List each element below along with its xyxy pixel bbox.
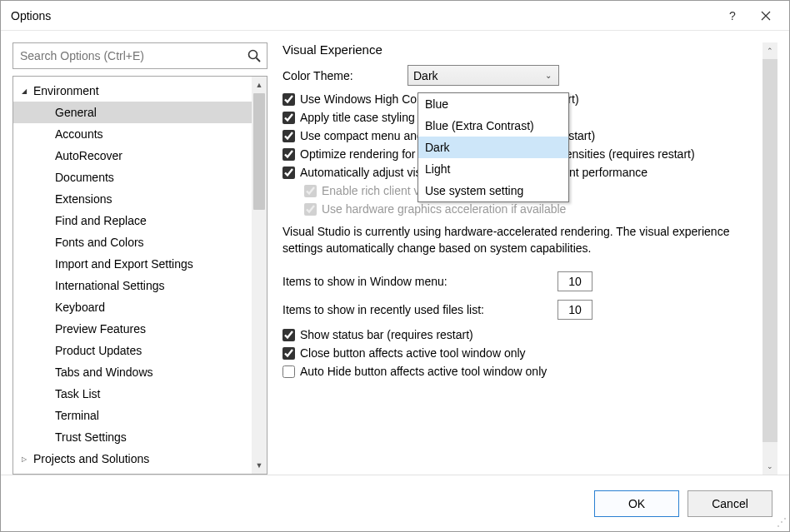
tree-node-projects-solutions[interactable]: Projects and Solutions	[13, 448, 252, 470]
checkbox-label: Use hardware graphics acceleration if av…	[322, 202, 566, 216]
scroll-thumb[interactable]	[762, 59, 778, 442]
option-dark[interactable]: Dark	[418, 137, 568, 158]
tree-label: Find and Replace	[55, 214, 147, 227]
search-input[interactable]	[13, 43, 238, 68]
tree-label: Terminal	[55, 409, 99, 422]
tree-node-terminal[interactable]: Terminal	[13, 405, 252, 426]
tree-node-international[interactable]: International Settings	[13, 275, 252, 296]
tree-node-keyboard[interactable]: Keyboard	[13, 296, 252, 318]
checkbox-label: Auto Hide button affects active tool win…	[300, 365, 547, 378]
tree-label: Keyboard	[55, 301, 105, 314]
recent-files-input[interactable]	[558, 300, 592, 320]
window-menu-input[interactable]	[558, 271, 592, 291]
tree-node-documents[interactable]: Documents	[13, 167, 252, 188]
tree-label: International Settings	[55, 279, 165, 292]
tree-node-environment[interactable]: Environment	[13, 80, 252, 102]
tree-label: AutoRecover	[55, 149, 122, 162]
option-blue-extra-contrast[interactable]: Blue (Extra Contrast)	[418, 115, 568, 137]
description-text: Visual Studio is currently using hardwar…	[282, 224, 758, 256]
svg-point-0	[249, 51, 258, 59]
title-case-checkbox[interactable]	[282, 112, 295, 124]
recent-files-label: Items to show in recently used files lis…	[282, 303, 558, 316]
category-tree: Environment General Accounts AutoRecover…	[12, 76, 268, 475]
color-theme-label: Color Theme:	[282, 69, 408, 82]
tree-label: Trust Settings	[55, 430, 127, 444]
titlebar: Options ?	[1, 1, 789, 31]
tree-label: Documents	[55, 171, 114, 184]
search-icon	[247, 48, 262, 63]
scroll-thumb[interactable]	[253, 93, 265, 210]
help-button[interactable]: ?	[716, 1, 749, 31]
checkbox-label: Close button affects active tool window …	[300, 346, 526, 360]
window-menu-label: Items to show in Window menu:	[282, 275, 558, 288]
panel-scrollbar[interactable]: ⌃ ⌄	[762, 42, 778, 475]
tree-node-product-updates[interactable]: Product Updates	[13, 340, 252, 361]
color-theme-dropdown[interactable]: Blue Blue (Extra Contrast) Dark Light Us…	[418, 92, 569, 202]
option-use-system[interactable]: Use system setting	[418, 180, 568, 201]
option-light[interactable]: Light	[418, 158, 568, 180]
tree-node-general[interactable]: General	[13, 102, 252, 123]
tree-label: Fonts and Colors	[55, 236, 144, 249]
optimize-rendering-checkbox[interactable]	[282, 148, 295, 161]
status-bar-checkbox[interactable]	[282, 329, 295, 341]
combo-value: Dark	[413, 69, 438, 82]
close-icon	[761, 11, 771, 21]
window-title: Options	[11, 9, 51, 22]
color-theme-combo[interactable]: Dark ⌄	[408, 65, 559, 86]
button-bar: OK Cancel	[1, 475, 789, 531]
section-header: Visual Experience	[282, 42, 758, 57]
checkbox-label: Show status bar (requires restart)	[300, 328, 473, 341]
hardware-accel-checkbox	[304, 203, 317, 216]
search-box[interactable]	[12, 42, 268, 69]
auto-visual-checkbox[interactable]	[282, 167, 295, 179]
tree-label: Preview Features	[55, 322, 146, 336]
scroll-up-icon[interactable]: ⌃	[762, 42, 778, 59]
tree-label: General	[55, 106, 97, 119]
tree-label: Extensions	[55, 192, 112, 206]
tree-label: Product Updates	[55, 344, 142, 357]
expand-icon[interactable]	[18, 453, 30, 465]
expand-icon[interactable]	[18, 85, 30, 97]
rich-client-checkbox	[304, 185, 317, 197]
tree-label: Task List	[55, 387, 100, 400]
cancel-button[interactable]: Cancel	[688, 490, 772, 517]
tree-node-preview-features[interactable]: Preview Features	[13, 318, 252, 340]
tree-node-accounts[interactable]: Accounts	[13, 123, 252, 145]
tree-node-import-export[interactable]: Import and Export Settings	[13, 253, 252, 275]
tree-label: Import and Export Settings	[55, 257, 193, 271]
close-button-checkbox[interactable]	[282, 347, 295, 360]
tree-scrollbar[interactable]: ▲ ▼	[252, 77, 267, 474]
tree-node-extensions[interactable]: Extensions	[13, 188, 252, 210]
tree-label: Projects and Solutions	[33, 452, 149, 465]
ok-button[interactable]: OK	[594, 490, 679, 517]
compact-menu-checkbox[interactable]	[282, 130, 295, 142]
tree-label: Environment	[33, 84, 99, 97]
close-button[interactable]	[749, 1, 782, 31]
option-blue[interactable]: Blue	[418, 93, 568, 115]
tree-label: Tabs and Windows	[55, 365, 153, 379]
tree-node-fonts-colors[interactable]: Fonts and Colors	[13, 231, 252, 253]
tree-node-tabs-windows[interactable]: Tabs and Windows	[13, 361, 252, 383]
scroll-down-icon[interactable]: ⌄	[762, 458, 778, 475]
high-contrast-checkbox[interactable]	[282, 93, 295, 106]
tree-node-trust-settings[interactable]: Trust Settings	[13, 426, 252, 448]
auto-hide-checkbox[interactable]	[282, 365, 295, 378]
scroll-down-icon[interactable]: ▼	[252, 457, 267, 474]
tree-node-find-replace[interactable]: Find and Replace	[13, 210, 252, 231]
tree-label: Accounts	[55, 127, 103, 141]
tree-node-task-list[interactable]: Task List	[13, 383, 252, 405]
tree-node-autorecover[interactable]: AutoRecover	[13, 145, 252, 167]
scroll-up-icon[interactable]: ▲	[252, 77, 267, 93]
chevron-down-icon: ⌄	[545, 71, 552, 80]
